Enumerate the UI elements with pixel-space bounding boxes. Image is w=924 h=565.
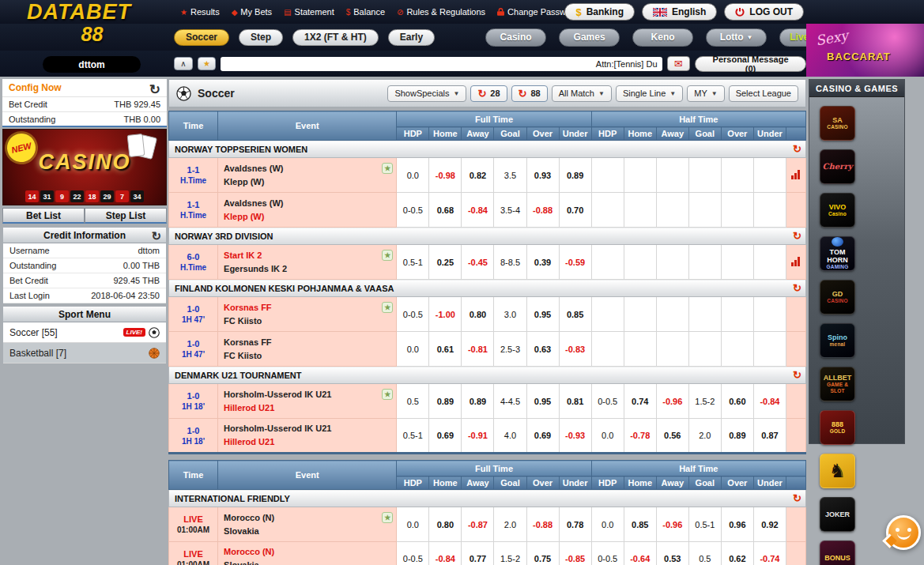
odds-cell[interactable]: 0.81: [559, 384, 591, 419]
odds-cell[interactable]: 0.0: [397, 158, 429, 193]
odds-cell[interactable]: 0.95: [526, 384, 559, 419]
game-tile-tom-horn-gaming[interactable]: TOM HORNGAMING: [820, 236, 855, 271]
banking-button[interactable]: $ Banking: [564, 3, 635, 21]
casino-ad-banner[interactable]: NEW CASINO 14319221829734: [2, 129, 167, 205]
personal-message-button[interactable]: Personal Message (0): [695, 56, 806, 72]
odds-cell[interactable]: -0.96: [656, 507, 688, 542]
odds-cell[interactable]: -0.93: [559, 419, 591, 454]
game-tile-bonus-slot[interactable]: BONUS: [820, 541, 855, 565]
language-button[interactable]: English: [642, 3, 717, 21]
game-tile-cherry-slot[interactable]: Cherry: [820, 149, 855, 184]
odds-cell[interactable]: -0.96: [656, 384, 688, 419]
odds-cell[interactable]: 0.89: [559, 158, 591, 193]
league-refresh-icon[interactable]: ↻: [793, 230, 801, 242]
tab-casino[interactable]: Casino: [485, 28, 546, 47]
odds-cell[interactable]: 0.25: [429, 245, 462, 280]
odds-cell[interactable]: 0.5-1: [397, 245, 429, 280]
league-refresh-icon[interactable]: ↻: [793, 492, 801, 504]
tab-early[interactable]: Early: [388, 29, 435, 46]
game-tile-vivo-casino[interactable]: VIVOCasino: [820, 193, 855, 228]
odds-cell[interactable]: 0.5-1: [397, 419, 429, 454]
bet-list-button[interactable]: Bet List: [2, 208, 85, 224]
control-single-line[interactable]: Single Line▼: [616, 85, 683, 102]
odds-cell[interactable]: 0.85: [624, 507, 656, 542]
messages-button[interactable]: ✉: [667, 56, 691, 71]
tab-lotto[interactable]: Lotto▼: [706, 28, 767, 47]
odds-cell[interactable]: 0.89: [721, 419, 753, 454]
tab-soccer[interactable]: Soccer: [174, 29, 229, 46]
control-all-match[interactable]: All Match▼: [552, 85, 612, 102]
odds-cell[interactable]: 0.85: [559, 297, 591, 332]
odds-cell[interactable]: 0.82: [462, 158, 494, 193]
odds-cell[interactable]: 4.0: [494, 419, 526, 454]
game-tile-888-gold-slot[interactable]: 888GOLD: [820, 410, 855, 445]
favorite-star-icon[interactable]: ★: [382, 302, 393, 313]
config-now-link[interactable]: Config Now: [2, 79, 68, 96]
livechat-bubble[interactable]: [886, 515, 921, 550]
odds-cell[interactable]: 0.68: [429, 193, 462, 228]
odds-cell[interactable]: -0.84: [753, 384, 786, 419]
game-tile-sa-casino[interactable]: SACASINO: [820, 106, 855, 141]
odds-cell[interactable]: 1.5-2: [494, 542, 526, 565]
odds-cell[interactable]: -0.84: [462, 193, 494, 228]
nav-my-bets[interactable]: ◆My Bets: [232, 7, 272, 17]
odds-cell[interactable]: -0.84: [429, 542, 462, 565]
odds-cell[interactable]: 0.69: [429, 419, 462, 454]
game-tile-rooster-game[interactable]: ♞: [820, 454, 855, 488]
odds-cell[interactable]: 0.89: [429, 384, 462, 419]
odds-cell[interactable]: 0.0: [591, 507, 624, 542]
odds-cell[interactable]: 0.53: [656, 542, 688, 565]
odds-cell[interactable]: -0.87: [462, 507, 494, 542]
odds-cell[interactable]: -0.88: [526, 507, 559, 542]
odds-cell[interactable]: 2.0: [494, 507, 526, 542]
odds-cell[interactable]: -0.85: [559, 542, 591, 565]
odds-cell[interactable]: 0.95: [526, 297, 559, 332]
odds-cell[interactable]: 0.63: [526, 332, 559, 367]
odds-cell[interactable]: 0.5: [688, 542, 721, 565]
odds-cell[interactable]: -0.78: [624, 419, 656, 454]
odds-cell[interactable]: -0.59: [559, 245, 591, 280]
league-refresh-icon[interactable]: ↻: [793, 369, 801, 381]
favorite-star-icon[interactable]: ★: [382, 512, 393, 523]
odds-cell[interactable]: -0.64: [624, 542, 656, 565]
tab-step[interactable]: Step: [239, 29, 283, 46]
odds-cell[interactable]: 0.39: [526, 245, 559, 280]
odds-cell[interactable]: 0-0.5: [397, 542, 429, 565]
control-refresh-28[interactable]: ↻28: [470, 85, 507, 102]
odds-cell[interactable]: -0.81: [462, 332, 494, 367]
odds-cell[interactable]: -0.88: [526, 193, 559, 228]
control-select-league[interactable]: Select League: [729, 85, 798, 102]
odds-cell[interactable]: 0-0.5: [397, 193, 429, 228]
league-refresh-icon[interactable]: ↻: [793, 143, 801, 155]
nav-balance[interactable]: $Balance: [346, 7, 385, 17]
sport-menu-basketball-7[interactable]: Basketball [7]: [3, 343, 166, 363]
odds-cell[interactable]: 0.78: [559, 507, 591, 542]
odds-cell[interactable]: 0.75: [526, 542, 559, 565]
odds-cell[interactable]: 0.96: [721, 507, 753, 542]
logout-button[interactable]: LOG OUT: [724, 3, 804, 21]
odds-cell[interactable]: 0.61: [429, 332, 462, 367]
odds-cell[interactable]: 1.5-2: [688, 384, 721, 419]
odds-cell[interactable]: 4-4.5: [494, 384, 526, 419]
odds-cell[interactable]: 8-8.5: [494, 245, 526, 280]
odds-cell[interactable]: 3.5-4: [494, 193, 526, 228]
favorites-button[interactable]: ★: [198, 57, 217, 70]
odds-cell[interactable]: 0.0: [591, 419, 624, 454]
refresh-icon[interactable]: ↻: [149, 81, 160, 98]
tab-keno[interactable]: Keno: [632, 28, 693, 47]
odds-cell[interactable]: 0-0.5: [591, 542, 624, 565]
odds-cell[interactable]: 0.0: [397, 332, 429, 367]
odds-cell[interactable]: 2.5-3: [494, 332, 526, 367]
stats-chart-icon[interactable]: [791, 170, 800, 179]
tab-games[interactable]: Games: [559, 28, 620, 47]
sexy-baccarat-banner[interactable]: Sexy BACCARAT: [806, 24, 924, 77]
odds-cell[interactable]: 0.0: [397, 507, 429, 542]
tab-1x2-ft-ht[interactable]: 1X2 (FT & HT): [292, 29, 379, 46]
odds-cell[interactable]: 0.89: [462, 384, 494, 419]
nav-statement[interactable]: ▤Statement: [284, 7, 334, 17]
odds-cell[interactable]: -0.45: [462, 245, 494, 280]
nav-results[interactable]: ★Results: [180, 7, 220, 17]
game-tile-gd-casino[interactable]: GDCASINO: [820, 280, 855, 315]
odds-cell[interactable]: 0.80: [429, 507, 462, 542]
odds-cell[interactable]: 0.60: [721, 384, 753, 419]
